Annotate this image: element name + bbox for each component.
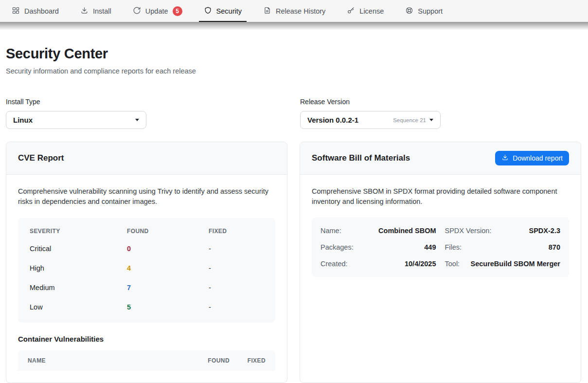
list-item: Name: Combined SBOM xyxy=(321,222,436,239)
table-row: Medium 7 - xyxy=(30,278,264,297)
nav-label: Update xyxy=(145,7,168,15)
nav-item-security[interactable]: Security xyxy=(193,0,252,22)
info-label: Name: xyxy=(321,227,341,235)
refresh-icon xyxy=(133,6,141,16)
list-item: Packages: 449 xyxy=(321,239,436,255)
fixed-count: - xyxy=(209,278,264,297)
column-header-found: FOUND xyxy=(127,222,209,239)
list-item: Tool: SecureBuild SBOM Merger xyxy=(445,255,561,272)
nav-label: Release History xyxy=(276,7,325,15)
column-header-fixed: FIXED xyxy=(242,357,266,364)
cve-description: Comprehensive vulnerability scanning usi… xyxy=(18,186,275,207)
table-row: Low 5 - xyxy=(30,297,264,317)
grid-icon xyxy=(12,6,20,16)
found-count: 0 xyxy=(127,239,209,258)
download-report-button[interactable]: Download report xyxy=(495,151,569,165)
column-header-name: NAME xyxy=(28,357,187,364)
list-item: Files: 870 xyxy=(445,239,561,255)
page-title: Security Center xyxy=(6,46,581,62)
sbom-card: Software Bill of Materials Download repo… xyxy=(300,142,581,383)
severity-label: Low xyxy=(30,297,127,317)
severity-table-header: SEVERITY FOUND FIXED xyxy=(30,222,264,239)
chevron-down-icon xyxy=(429,119,433,121)
filters-row: Install Type Linux Release Version Versi… xyxy=(6,98,581,129)
main-content: Security Center Security information and… xyxy=(0,46,588,383)
release-sequence-label: Sequence 21 xyxy=(393,117,426,123)
cards-row: CVE Report Comprehensive vulnerability s… xyxy=(6,142,581,383)
release-version-filter: Release Version Version 0.0.2-1 Sequence… xyxy=(300,98,441,129)
nav-item-update[interactable]: Update 5 xyxy=(122,0,193,22)
lifebuoy-icon xyxy=(405,6,413,16)
cve-report-card: CVE Report Comprehensive vulnerability s… xyxy=(6,142,287,383)
install-type-filter: Install Type Linux xyxy=(6,98,146,129)
update-count-badge: 5 xyxy=(173,6,182,16)
nav-item-dashboard[interactable]: Dashboard xyxy=(1,0,70,22)
list-item: SPDX Version: SPDX-2.3 xyxy=(445,222,561,239)
severity-table: SEVERITY FOUND FIXED Critical 0 - High 4… xyxy=(18,218,275,323)
fixed-count: - xyxy=(209,297,264,317)
severity-label: Critical xyxy=(30,239,127,258)
file-text-icon xyxy=(263,6,271,16)
nav-label: Support xyxy=(418,7,443,15)
info-value: 10/4/2025 xyxy=(405,260,436,268)
top-navigation: Dashboard Install Update 5 Security Rele… xyxy=(0,0,588,22)
header-shadow xyxy=(0,22,588,30)
nav-item-release-history[interactable]: Release History xyxy=(252,0,336,22)
cve-card-title: CVE Report xyxy=(18,153,64,163)
info-label: Files: xyxy=(445,243,462,251)
download-icon xyxy=(80,6,89,16)
sbom-card-header: Software Bill of Materials Download repo… xyxy=(300,142,581,175)
sbom-card-title: Software Bill of Materials xyxy=(312,153,410,163)
info-label: Tool: xyxy=(445,260,460,268)
found-count: 7 xyxy=(127,278,209,297)
download-icon xyxy=(501,154,509,163)
active-tab-underline xyxy=(199,21,247,22)
nav-label: License xyxy=(359,7,384,15)
nav-item-install[interactable]: Install xyxy=(70,0,122,22)
fixed-count: - xyxy=(209,239,264,258)
release-version-label: Release Version xyxy=(300,98,441,106)
key-icon xyxy=(347,6,355,16)
container-vulnerabilities-header: NAME FOUND FIXED xyxy=(18,350,275,371)
column-header-severity: SEVERITY xyxy=(30,222,127,239)
found-count: 4 xyxy=(127,258,209,278)
release-version-select[interactable]: Version 0.0.2-1 Sequence 21 xyxy=(300,111,441,129)
nav-item-support[interactable]: Support xyxy=(394,0,453,22)
install-type-select[interactable]: Linux xyxy=(6,111,146,129)
download-report-label: Download report xyxy=(513,154,563,162)
cve-card-body: Comprehensive vulnerability scanning usi… xyxy=(6,175,287,383)
fixed-count: - xyxy=(209,258,264,278)
info-value: SPDX-2.3 xyxy=(529,227,560,235)
info-value: Combined SBOM xyxy=(378,227,436,235)
info-value: 449 xyxy=(424,243,436,251)
release-version-value: Version 0.0.2-1 xyxy=(307,116,358,124)
info-label: Created: xyxy=(321,260,348,268)
info-label: SPDX Version: xyxy=(445,227,492,235)
severity-label: High xyxy=(30,258,127,278)
sbom-description: Comprehensive SBOM in SPDX format provid… xyxy=(312,186,569,207)
sbom-card-body: Comprehensive SBOM in SPDX format provid… xyxy=(300,175,581,289)
chevron-down-icon xyxy=(135,119,139,121)
nav-label: Dashboard xyxy=(24,7,59,15)
install-type-value: Linux xyxy=(13,116,33,124)
list-item: Created: 10/4/2025 xyxy=(321,255,436,272)
nav-item-license[interactable]: License xyxy=(336,0,394,22)
container-vulnerabilities-table: NAME FOUND FIXED xyxy=(18,350,275,371)
cve-card-header: CVE Report xyxy=(6,142,287,175)
nav-label: Security xyxy=(216,7,242,15)
info-value: 870 xyxy=(549,243,560,251)
container-vulnerabilities-title: Container Vulnerabilities xyxy=(18,335,275,343)
info-label: Packages: xyxy=(321,243,354,251)
column-header-found: FOUND xyxy=(199,357,230,364)
nav-label: Install xyxy=(93,7,111,15)
table-row: Critical 0 - xyxy=(30,239,264,258)
sbom-info-grid: Name: Combined SBOM SPDX Version: SPDX-2… xyxy=(312,218,569,277)
column-header-fixed: FIXED xyxy=(209,222,264,239)
shield-icon xyxy=(204,6,212,16)
page-subtitle: Security information and compliance repo… xyxy=(6,67,581,75)
severity-label: Medium xyxy=(30,278,127,297)
info-value: SecureBuild SBOM Merger xyxy=(470,260,560,268)
found-count: 5 xyxy=(127,297,209,317)
install-type-label: Install Type xyxy=(6,98,146,106)
table-row: High 4 - xyxy=(30,258,264,278)
